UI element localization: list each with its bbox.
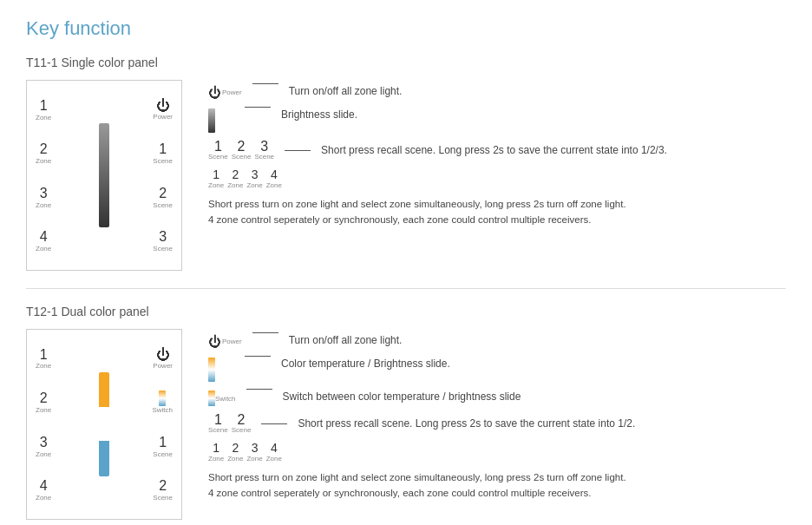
scene-2-label: 2 Scene [153,186,173,209]
panel-row-4: 4 Zone 3 Scene [36,226,173,256]
power-desc: Turn on/off all zone light. [289,83,403,99]
single-panel-para: Short press turn on zone light and selec… [208,196,694,228]
dual-zone-num-4: 4 Zone [266,441,282,463]
scene-1-label: 1 Scene [153,141,173,165]
single-desc-area: ⏻ Power Turn on/off all zone light. Brig… [208,80,786,271]
zone-1-label: 1 Zone [36,98,51,121]
page-title: Key function [26,17,786,40]
dual-power-symbol: ⏻ [208,334,221,349]
zone-num-2: 2 Zone [227,167,243,189]
desc-power: ⏻ Power Turn on/off all zone light. [208,83,786,100]
dual-sep-4 [261,423,287,424]
dual-scene-2-label: 2 Scene [153,478,173,502]
dual-brightness-icon [208,356,234,382]
scene-nums: 1 Scene 2 Scene 3 Scene [208,140,274,161]
dual-scene-nums: 1 Scene 2 Scene [208,413,251,434]
dual-scene-num-2: 2 Scene [232,413,252,434]
dual-slider [99,372,109,476]
zone-2-label: 2 Zone [36,141,51,165]
dual-scene-num-1: 1 Scene [208,413,228,434]
single-panel-title: T11-1 Single color panel [26,56,786,69]
separator-2 [245,107,271,108]
single-slider [99,123,109,227]
brightness-desc: Brightness slide. [281,107,357,122]
dual-switch-icon [159,390,166,406]
dual-switch-label: Switch [152,390,173,414]
separator [252,83,278,84]
dual-switch-desc-icon: Switch [208,389,236,406]
zone-4-label: 4 Zone [36,229,51,253]
dual-panel-content: 1 Zone ⏻ Power 2 Zone Switch [26,329,786,520]
section-single-color: T11-1 Single color panel 1 Zone ⏻ Power [26,56,786,271]
power-label: ⏻ Power [153,99,173,121]
section-divider [26,288,786,289]
separator-3 [285,150,311,151]
dual-panel-box: 1 Zone ⏻ Power 2 Zone Switch [26,329,182,520]
dual-desc-area: ⏻ Power Turn on/off all zone light. Colo… [208,329,786,520]
dual-desc-switch: Switch Switch between color temperature … [208,389,786,406]
dual-zone-nums: 1 Zone 2 Zone 3 Zone 4 Zone [208,441,282,463]
brightness-icon-label [208,107,234,133]
dual-panel-row-1: 1 Zone ⏻ Power [36,344,173,374]
dual-power-desc: Turn on/off all zone light. [289,332,403,348]
desc-zone1234: 1 Zone 2 Zone 3 Zone 4 Zone [208,167,786,189]
dual-switch-bar [208,390,215,406]
dual-sep-2 [245,356,271,357]
zone-3-label: 3 Zone [36,186,51,209]
dual-zone-4-label: 4 Zone [36,478,51,502]
dual-zone-3-label: 3 Zone [36,435,51,458]
dual-power-icon: ⏻ Power [208,332,242,349]
dual-desc-power: ⏻ Power Turn on/off all zone light. [208,332,786,349]
dual-sep-3 [246,389,272,390]
power-symbol: ⏻ [208,85,221,100]
dual-scene-desc: Short press recall scene. Long press 2s … [298,416,635,431]
scene-3-label: 3 Scene [153,229,173,253]
dual-zone-num-3: 3 Zone [246,441,262,463]
zone-num-4: 4 Zone [266,167,282,189]
dual-power-text: Power [222,338,242,345]
section-dual-color: T12-1 Dual color panel 1 Zone ⏻ Power 2 [26,305,786,520]
dual-desc-scene12: 1 Scene 2 Scene Short press recall scene… [208,413,786,434]
dual-panel-title: T12-1 Dual color panel [26,305,786,318]
desc-brightness: Brightness slide. [208,107,786,133]
brightness-bar-icon [208,108,215,133]
scene-num-1: 1 Scene [208,140,228,161]
zone-nums: 1 Zone 2 Zone 3 Zone 4 Zone [208,167,282,189]
dual-zone-1-label: 1 Zone [36,347,51,371]
dual-brightness-bar [208,358,215,382]
power-text: Power [222,89,242,96]
dual-sep-1 [252,332,278,333]
dual-switch-text: Switch [215,395,236,403]
dual-ct-desc: Color temperature / Brightness slide. [281,356,450,371]
zone-num-1: 1 Zone [208,167,224,189]
dual-panel-row-4: 4 Zone 2 Scene [36,475,173,505]
desc-scene123: 1 Scene 2 Scene 3 Scene Short press reca… [208,140,786,161]
power-icon-label: ⏻ Power [208,83,242,100]
scene-num-2: 2 Scene [232,140,252,161]
zone-num-3: 3 Zone [246,167,262,189]
scene-num-3: 3 Scene [254,140,274,161]
single-panel-box: 1 Zone ⏻ Power 2 Zone 1 Scene [26,80,182,271]
dual-desc-zone1234: 1 Zone 2 Zone 3 Zone 4 Zone [208,441,786,463]
dual-desc-ct-brightness: Color temperature / Brightness slide. [208,356,786,382]
dual-switch-desc: Switch between color temperature / brigh… [283,389,521,404]
single-panel-content: 1 Zone ⏻ Power 2 Zone 1 Scene [26,80,786,271]
dual-zone-num-2: 2 Zone [227,441,243,463]
dual-scene-1-label: 1 Scene [153,435,173,458]
dual-zone-2-label: 2 Zone [36,390,51,414]
dual-power-label: ⏻ Power [153,348,173,370]
scene-desc: Short press recall scene. Long press 2s … [321,142,667,158]
dual-panel-para: Short press turn on zone light and selec… [208,469,694,502]
panel-row-1: 1 Zone ⏻ Power [36,95,173,125]
dual-zone-num-1: 1 Zone [208,441,224,463]
